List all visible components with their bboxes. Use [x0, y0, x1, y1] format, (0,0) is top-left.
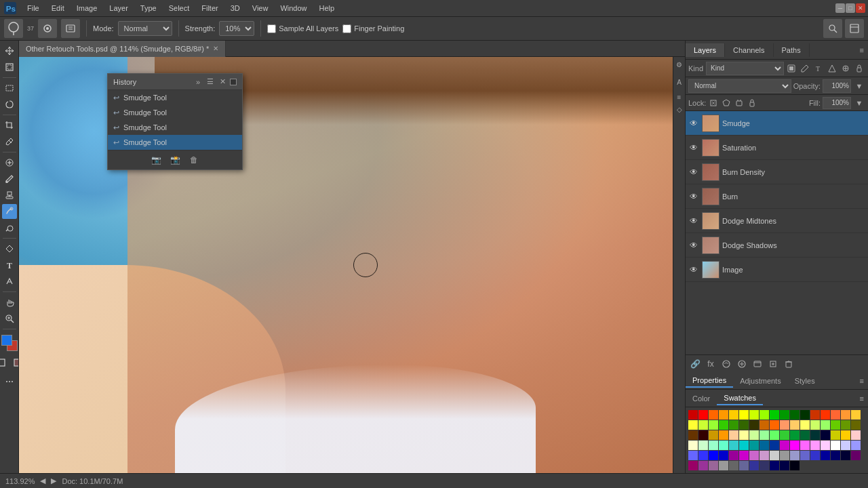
swatch-color[interactable] [780, 461, 789, 470]
lock-artboard-icon[interactable] [734, 98, 745, 108]
swatch-color[interactable] [729, 410, 738, 420]
swatch-color[interactable] [831, 430, 840, 440]
layer-item-dodge-shadows[interactable]: 👁 Dodge Shadows [686, 233, 868, 258]
swatch-color[interactable] [851, 410, 861, 420]
history-item[interactable]: ↩ Smudge Tool [108, 90, 242, 105]
sample-all-layers-input[interactable] [267, 24, 276, 33]
swatch-color[interactable] [780, 410, 789, 420]
swatch-color[interactable] [719, 451, 728, 460]
swatch-color[interactable] [749, 441, 759, 450]
tool-lasso[interactable] [2, 97, 17, 112]
swatch-color[interactable] [821, 441, 830, 450]
tab-color[interactable]: Color [686, 392, 717, 405]
swatch-color[interactable] [821, 420, 830, 430]
history-panel-menu[interactable]: ☰ [204, 76, 216, 88]
add-mask-icon[interactable] [719, 357, 733, 371]
swatch-color[interactable] [760, 461, 769, 470]
swatch-color[interactable] [698, 410, 708, 420]
filter-lock-icon[interactable] [853, 62, 865, 75]
layer-item-smudge[interactable]: 👁 Smudge [686, 111, 868, 136]
history-panel-close[interactable]: ✕ [216, 76, 229, 88]
swatch-color[interactable] [810, 430, 820, 440]
swatch-color[interactable] [770, 441, 779, 450]
layer-visibility-dodge-shadows[interactable]: 👁 [688, 240, 699, 251]
tool-path-selection[interactable] [2, 274, 17, 289]
swatch-color[interactable] [780, 420, 789, 430]
quick-mask-icon[interactable] [10, 355, 20, 370]
create-layer-icon[interactable] [766, 357, 780, 371]
menu-3d[interactable]: 3D [225, 3, 245, 14]
status-nav-forward[interactable]: ▶ [51, 476, 56, 485]
lock-pixels-icon[interactable] [708, 98, 719, 108]
tool-eyedropper[interactable] [2, 134, 17, 149]
mode-select[interactable]: Normal Darken Lighten [118, 21, 172, 36]
opacity-input[interactable] [823, 79, 851, 93]
swatch-color[interactable] [770, 430, 779, 440]
swatch-color[interactable] [698, 420, 708, 430]
panel-art-icon[interactable]: A [675, 77, 684, 87]
swatch-color[interactable] [780, 441, 789, 450]
finger-painting-input[interactable] [342, 24, 351, 33]
swatch-color[interactable] [698, 461, 708, 470]
tab-adjustments[interactable]: Adjustments [733, 375, 788, 387]
layer-visibility-burn-density[interactable]: 👁 [688, 167, 699, 178]
history-camera-button[interactable]: 📸 [168, 153, 182, 167]
menu-filter[interactable]: Filter [196, 3, 223, 14]
menu-edit[interactable]: Edit [46, 3, 70, 14]
swatch-color[interactable] [698, 451, 708, 460]
swatch-color[interactable] [688, 441, 698, 450]
swatch-color[interactable] [821, 451, 830, 460]
swatch-color[interactable] [749, 430, 759, 440]
swatch-color[interactable] [780, 430, 789, 440]
add-adjustment-icon[interactable] [735, 357, 749, 371]
tab-channels[interactable]: Channels [725, 43, 773, 57]
swatch-color[interactable] [821, 430, 830, 440]
swatch-color[interactable] [709, 430, 718, 440]
swatch-color[interactable] [810, 420, 820, 430]
swatch-color[interactable] [841, 420, 850, 430]
swatch-color[interactable] [719, 430, 728, 440]
swatch-color[interactable] [810, 451, 820, 460]
document-tab[interactable]: Other Retouch Tools.psd @ 114% (Smudge, … [19, 41, 226, 57]
swatch-color[interactable] [770, 451, 779, 460]
menu-image[interactable]: Image [71, 3, 103, 14]
layer-item-image[interactable]: 👁 Image [686, 258, 868, 282]
swatch-color[interactable] [770, 420, 779, 430]
layer-visibility-dodge-midtones[interactable]: 👁 [688, 216, 699, 226]
swatch-color[interactable] [790, 410, 800, 420]
standard-mode-icon[interactable] [0, 355, 9, 370]
swatch-color[interactable] [760, 441, 769, 450]
swatch-color[interactable] [831, 441, 840, 450]
tab-properties[interactable]: Properties [686, 374, 733, 388]
swatch-color[interactable] [831, 451, 840, 460]
swatch-color[interactable] [739, 441, 749, 450]
color-swatches[interactable] [1, 335, 18, 351]
swatch-color[interactable] [790, 461, 800, 470]
tool-smudge[interactable] [2, 204, 17, 219]
maximize-button[interactable]: □ [846, 3, 855, 13]
swatch-color[interactable] [729, 461, 738, 470]
history-delete-button[interactable]: 🗑 [187, 153, 201, 167]
swatch-color[interactable] [739, 430, 749, 440]
blend-mode-select[interactable]: Normal Multiply Screen Overlay [688, 79, 791, 93]
tool-zoom[interactable] [2, 311, 17, 326]
panel-layout-icon[interactable]: ≡ [675, 92, 684, 102]
swatch-color[interactable] [810, 441, 820, 450]
layer-item-saturation[interactable]: 👁 Saturation [686, 136, 868, 160]
brush-settings-icon[interactable] [38, 19, 57, 38]
swatch-color[interactable] [688, 461, 698, 470]
swatch-color[interactable] [729, 420, 738, 430]
swatch-color[interactable] [851, 451, 861, 460]
tab-layers[interactable]: Layers [686, 43, 725, 57]
panel-search-icon2[interactable]: ◇ [675, 104, 684, 114]
tool-pen[interactable] [2, 241, 17, 256]
history-panel-expand[interactable]: » [192, 76, 204, 88]
tool-move[interactable] [2, 43, 17, 58]
tool-brush[interactable] [2, 171, 17, 186]
close-tab-button[interactable]: ✕ [213, 45, 218, 52]
swatch-color[interactable] [800, 420, 810, 430]
lock-position-icon[interactable] [721, 98, 732, 108]
swatch-color[interactable] [800, 430, 810, 440]
filter-text-icon[interactable]: T [812, 62, 825, 75]
history-item[interactable]: ↩ Smudge Tool [108, 105, 242, 120]
